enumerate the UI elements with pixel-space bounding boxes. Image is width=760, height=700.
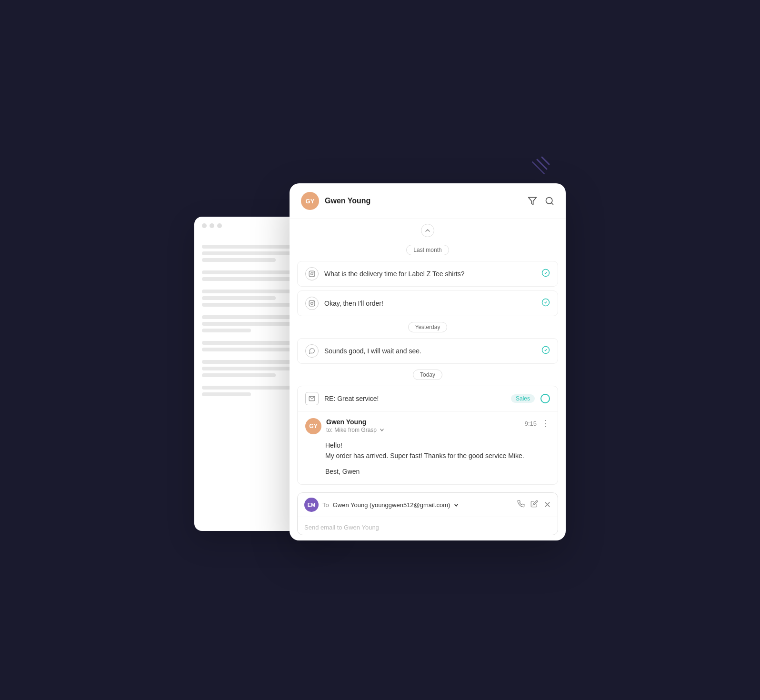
chat-header-left: GY Gwen Young — [301, 192, 370, 210]
agent-avatar: EM — [304, 498, 319, 512]
last-month-label: Last month — [406, 245, 449, 255]
browser-dot-1 — [202, 223, 207, 228]
email-sender-info: GY Gwen Young to: Mike from Grasp — [305, 418, 384, 434]
email-header: GY Gwen Young to: Mike from Grasp — [298, 411, 558, 438]
chat-content[interactable]: Last month What is the delivery time for… — [290, 219, 566, 540]
skeleton-line — [202, 373, 276, 377]
svg-rect-6 — [309, 271, 315, 277]
edit-icon[interactable] — [530, 500, 538, 510]
instagram-icon-2 — [305, 297, 319, 310]
message-status-2 — [541, 298, 550, 309]
reply-composer: EM To Gwen Young (younggwen512@gmail.com… — [297, 492, 558, 535]
scroll-up-area — [290, 219, 566, 239]
skeleton-line — [202, 392, 251, 396]
last-month-separator: Last month — [297, 245, 558, 255]
reply-to-actions: ✕ — [517, 500, 551, 510]
search-icon[interactable] — [545, 196, 554, 206]
skeleton-line — [202, 315, 300, 319]
email-sender-name: Gwen Young — [326, 418, 384, 426]
svg-marker-3 — [529, 198, 537, 205]
ticket-row[interactable]: RE: Great service! Sales — [297, 386, 558, 411]
skeleton-line — [202, 258, 276, 262]
message-row-2[interactable]: Okay, then I'll order! — [297, 290, 558, 316]
reply-to-address: Gwen Young (younggwen512@gmail.com) — [333, 501, 513, 509]
ticket-status-circle — [540, 394, 550, 403]
email-card: GY Gwen Young to: Mike from Grasp — [297, 411, 558, 485]
yesterday-label: Yesterday — [408, 322, 448, 332]
email-sender-details: Gwen Young to: Mike from Grasp — [326, 418, 384, 434]
today-separator: Today — [297, 370, 558, 380]
skeleton-line — [202, 386, 300, 390]
email-line-2: My order has arrived. Super fast! Thanks… — [325, 450, 550, 461]
message-text-2: Okay, then I'll order! — [324, 300, 536, 307]
ticket-subject: RE: Great service! — [324, 395, 505, 402]
skeleton-line — [202, 329, 251, 332]
svg-rect-10 — [309, 300, 315, 306]
sales-badge: Sales — [511, 394, 535, 403]
scroll-up-button[interactable] — [421, 224, 434, 237]
decorative-lines — [523, 155, 551, 183]
call-icon[interactable] — [517, 500, 525, 510]
main-chat-window: GY Gwen Young — [290, 183, 566, 540]
email-spacer — [325, 461, 550, 466]
email-channel-icon — [305, 392, 319, 405]
filter-icon[interactable] — [528, 196, 537, 206]
email-body: Hello! My order has arrived. Super fast!… — [298, 438, 558, 484]
svg-point-12 — [313, 301, 314, 302]
reply-body[interactable]: Send email to Gwen Young — [298, 517, 558, 535]
message-status-1 — [541, 269, 550, 280]
contact-avatar: GY — [301, 192, 319, 210]
chat-header-icons — [528, 196, 554, 206]
whatsapp-icon — [305, 344, 319, 358]
email-line-1: Hello! — [325, 440, 550, 450]
browser-dot-2 — [210, 223, 214, 228]
email-sender-avatar: GY — [305, 418, 321, 434]
email-meta: 9:15 ⋮ — [525, 418, 550, 429]
close-icon[interactable]: ✕ — [544, 500, 551, 510]
svg-line-5 — [551, 203, 553, 205]
email-line-3: Best, Gwen — [325, 466, 550, 477]
skeleton-line — [202, 251, 300, 255]
contact-name: Gwen Young — [325, 197, 370, 205]
reply-placeholder: Send email to Gwen Young — [304, 524, 379, 531]
today-label: Today — [413, 370, 442, 380]
svg-point-7 — [311, 273, 313, 275]
skeleton-line — [202, 367, 300, 370]
chat-header: GY Gwen Young — [290, 183, 566, 219]
skeleton-line — [202, 296, 276, 300]
reply-to-label: To — [322, 501, 329, 509]
instagram-icon — [305, 267, 319, 280]
svg-point-11 — [311, 302, 313, 305]
svg-line-0 — [542, 157, 549, 164]
message-row-3[interactable]: Sounds good, I will wait and see. — [297, 338, 558, 364]
browser-dot-3 — [217, 223, 222, 228]
message-status-3 — [541, 346, 550, 357]
message-text-3: Sounds good, I will wait and see. — [324, 347, 536, 355]
email-more-button[interactable]: ⋮ — [541, 418, 550, 429]
message-row-1[interactable]: What is the delivery time for Label Z Te… — [297, 261, 558, 287]
svg-line-2 — [532, 162, 544, 174]
svg-point-8 — [313, 272, 314, 272]
message-text-1: What is the delivery time for Label Z Te… — [324, 270, 536, 278]
email-time: 9:15 — [525, 420, 537, 427]
scene: GY Gwen Young — [194, 155, 566, 545]
email-to: to: Mike from Grasp — [326, 427, 384, 433]
skeleton-line — [202, 348, 300, 351]
messages-container: Last month What is the delivery time for… — [290, 239, 566, 492]
yesterday-separator: Yesterday — [297, 322, 558, 332]
reply-to-bar: EM To Gwen Young (younggwen512@gmail.com… — [298, 493, 558, 517]
skeleton-line — [202, 303, 300, 307]
skeleton-line — [202, 277, 300, 281]
